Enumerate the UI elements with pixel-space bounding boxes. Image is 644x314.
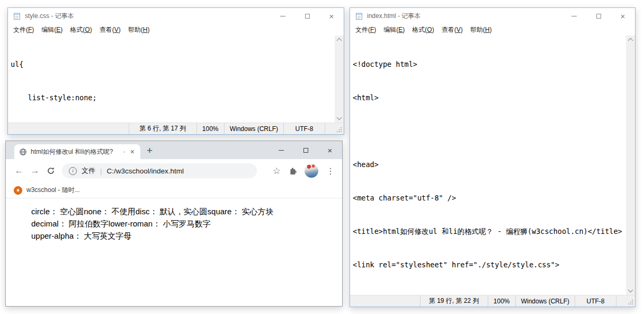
globe-favicon-icon: [19, 148, 27, 156]
menu-text: 格式(: [70, 26, 85, 33]
window-controls: ×: [271, 8, 344, 24]
menu-text: ): [60, 26, 62, 33]
menu-file[interactable]: 文件(F): [10, 24, 38, 36]
maximize-icon: [303, 148, 308, 153]
resize-grip[interactable]: [333, 123, 344, 134]
scroll-up-icon[interactable]: [628, 38, 633, 43]
status-bar: 第 19 行, 第 22 列 100% Windows (CRLF) UTF-8: [350, 295, 635, 307]
menu-help[interactable]: 帮助(H): [124, 24, 154, 36]
code-line: [353, 126, 624, 137]
menu-text: ): [119, 26, 121, 33]
minimize-button[interactable]: [269, 141, 293, 159]
forward-button[interactable]: →: [27, 163, 43, 179]
status-encoding: UTF-8: [575, 295, 616, 307]
tab-strip: html如何修改ul 和li的格式呢? - × + ×: [6, 141, 342, 159]
toolbar-right-icons: ☆ ⋮: [273, 164, 337, 178]
menu-text: 帮助(: [128, 26, 143, 33]
window-controls: ×: [562, 8, 635, 24]
menu-bar: 文件(F) 编辑(E) 格式(O) 查看(V) 帮助(H): [8, 24, 344, 36]
text-editor-area[interactable]: ul{ list-style:none; } li{ float: left; …: [8, 36, 344, 123]
menu-format[interactable]: 格式(O): [408, 24, 437, 36]
menu-view[interactable]: 查看(V): [438, 24, 467, 36]
menu-text: 文件(: [355, 26, 370, 33]
url-text: C:/w3cschool/index.html: [106, 167, 184, 175]
minimize-icon: [279, 150, 284, 151]
resize-grip-icon: [336, 127, 342, 133]
content-line: upper-alpha： 大写英文字母: [31, 230, 342, 242]
menu-text: ): [90, 26, 92, 33]
menu-format[interactable]: 格式(O): [66, 24, 95, 36]
close-button[interactable]: ×: [611, 8, 635, 24]
tab-title-dash: -: [123, 148, 126, 155]
scroll-down-icon[interactable]: [336, 115, 342, 120]
menu-bar: 文件(F) 编辑(E) 格式(O) 查看(V) 帮助(H): [350, 24, 635, 36]
status-spacer: [616, 295, 624, 307]
menu-help[interactable]: 帮助(H): [467, 24, 496, 36]
url-divider: |: [100, 167, 102, 175]
status-cursor-position: 第 19 行, 第 22 列: [420, 295, 488, 307]
maximize-button[interactable]: [586, 8, 611, 24]
close-icon: ×: [621, 12, 625, 20]
window-title: style.css - 记事本: [25, 12, 74, 21]
status-encoding: UTF-8: [283, 123, 325, 134]
browser-tab[interactable]: html如何修改ul 和li的格式呢? - ×: [14, 144, 140, 159]
status-spacer: [8, 123, 129, 134]
menu-accesskey: V: [114, 26, 119, 33]
bookmarks-bar: w3cschool - 随时...: [6, 182, 342, 198]
menu-dots-icon[interactable]: ⋮: [326, 166, 335, 176]
code-line: <meta charset="utf-8" />: [353, 193, 624, 204]
bookmark-star-icon[interactable]: ☆: [273, 165, 281, 177]
extensions-puzzle-icon[interactable]: [289, 167, 297, 175]
menu-file[interactable]: 文件(F): [352, 24, 380, 36]
browser-window: html如何修改ul 和li的格式呢? - × + × ← → i 文件 | C…: [5, 141, 343, 307]
minimize-button[interactable]: [271, 8, 295, 24]
text-editor-area[interactable]: <!doctype html> <html> <head> <meta char…: [350, 36, 635, 295]
resize-grip-icon: [628, 299, 633, 305]
status-line-ending: Windows (CRLF): [224, 123, 283, 134]
reload-button[interactable]: [43, 163, 59, 179]
menu-edit[interactable]: 编辑(E): [380, 24, 408, 36]
resize-grip[interactable]: [624, 295, 635, 307]
maximize-icon: [305, 14, 310, 19]
scroll-up-icon[interactable]: [336, 38, 342, 43]
menu-text: 格式(: [412, 26, 427, 33]
close-button[interactable]: ×: [319, 8, 344, 24]
page-info-icon[interactable]: i: [69, 167, 77, 175]
code-line: <title>html如何修改ul 和li的格式呢？ - 编程狮(w3cscho…: [353, 226, 624, 237]
close-icon: ×: [328, 146, 333, 154]
maximize-icon: [596, 14, 601, 19]
code-line: <!doctype html>: [353, 59, 624, 70]
status-spacer: [350, 295, 420, 307]
maximize-button[interactable]: [293, 141, 318, 159]
menu-text: ): [461, 26, 463, 33]
status-zoom-level: 100%: [488, 295, 515, 307]
menu-view[interactable]: 查看(V): [96, 24, 124, 36]
bookmark-item[interactable]: w3cschool - 随时...: [26, 186, 80, 195]
menu-edit[interactable]: 编辑(E): [38, 24, 66, 36]
close-button[interactable]: ×: [318, 141, 342, 159]
menu-text: 编辑(: [383, 26, 398, 33]
back-button[interactable]: ←: [11, 163, 27, 179]
content-line: decimal： 阿拉伯数字lower-roman： 小写罗马数字: [31, 217, 342, 230]
title-bar[interactable]: style.css - 记事本 ×: [8, 8, 344, 24]
notepad-app-icon: [13, 12, 21, 20]
vertical-scrollbar[interactable]: [335, 36, 344, 123]
maximize-button[interactable]: [295, 8, 319, 24]
back-icon: ←: [15, 165, 24, 176]
window-title: index.html - 记事本: [367, 12, 421, 21]
editor-text: ul{ list-style:none; } li{ float: left; …: [8, 36, 344, 123]
window-controls: ×: [269, 141, 342, 159]
menu-text: 编辑(: [41, 26, 56, 33]
address-bar[interactable]: i 文件 | C:/w3cschool/index.html: [62, 163, 257, 178]
menu-text: ): [402, 26, 405, 33]
new-tab-button[interactable]: +: [147, 145, 153, 156]
content-line: circle： 空心圆none： 不使用disc： 默认，实心圆square： …: [31, 205, 342, 217]
vertical-scrollbar[interactable]: [626, 36, 635, 295]
close-icon: ×: [329, 12, 334, 20]
profile-avatar[interactable]: [305, 164, 318, 178]
tab-close-icon[interactable]: ×: [129, 147, 136, 156]
title-bar[interactable]: index.html - 记事本 ×: [350, 8, 635, 24]
status-cursor-position: 第 6 行, 第 17 列: [129, 123, 196, 134]
minimize-button[interactable]: [562, 8, 586, 24]
scroll-down-icon[interactable]: [628, 287, 633, 293]
